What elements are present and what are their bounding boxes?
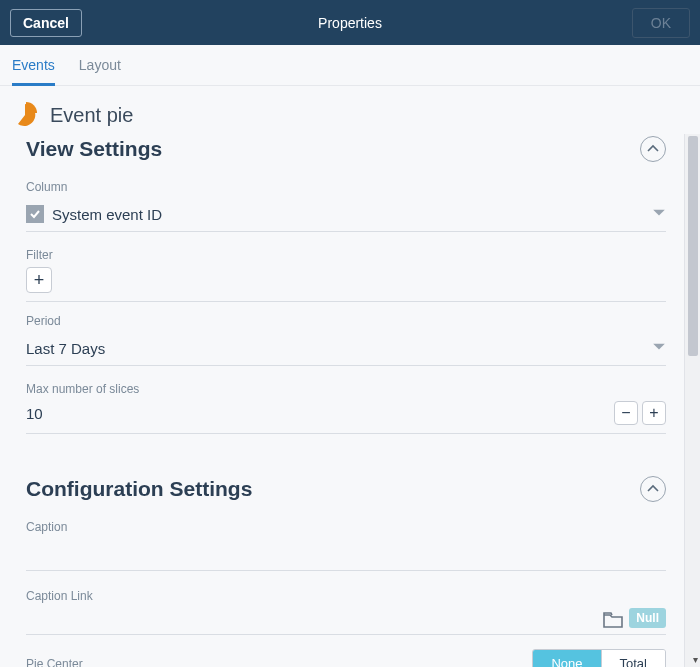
column-field: Column System event ID: [26, 180, 666, 232]
stepper-decrement-button[interactable]: −: [614, 401, 638, 425]
max-slices-stepper: 10 − +: [26, 401, 666, 434]
period-field: Period Last 7 Days: [26, 314, 666, 366]
pie-center-total-button[interactable]: Total: [601, 650, 665, 667]
column-value: System event ID: [52, 206, 162, 223]
period-select[interactable]: Last 7 Days: [26, 333, 666, 366]
checkbox-icon: [26, 205, 44, 223]
chevron-up-icon: [647, 483, 659, 495]
stepper-increment-button[interactable]: +: [642, 401, 666, 425]
pie-center-field: Pie Center None Total: [26, 649, 666, 667]
dialog-header: Cancel Properties OK: [0, 0, 700, 45]
tab-events[interactable]: Events: [12, 57, 55, 86]
pie-chart-icon: [12, 102, 38, 128]
tab-layout[interactable]: Layout: [79, 57, 121, 85]
period-value: Last 7 Days: [26, 340, 105, 357]
collapse-config-settings-button[interactable]: [640, 476, 666, 502]
pie-center-label: Pie Center: [26, 657, 83, 668]
filter-label: Filter: [26, 248, 666, 262]
page-title: Event pie: [50, 104, 133, 127]
config-settings-header: Configuration Settings: [26, 476, 666, 502]
pie-center-none-button[interactable]: None: [533, 650, 600, 667]
plus-icon: +: [34, 271, 45, 289]
pie-center-segmented: None Total: [532, 649, 666, 667]
max-slices-label: Max number of slices: [26, 382, 666, 396]
add-filter-button[interactable]: +: [26, 267, 52, 293]
caption-link-label: Caption Link: [26, 589, 666, 603]
column-label: Column: [26, 180, 666, 194]
view-settings-header: View Settings: [26, 136, 666, 162]
config-settings-title: Configuration Settings: [26, 477, 252, 501]
collapse-view-settings-button[interactable]: [640, 136, 666, 162]
folder-icon[interactable]: [603, 612, 623, 628]
minus-icon: −: [621, 405, 630, 421]
caption-label: Caption: [26, 520, 666, 534]
scroll-chevron-down-icon: ▾: [693, 654, 698, 665]
tab-bar: Events Layout: [0, 45, 700, 86]
vertical-scrollbar[interactable]: [684, 134, 700, 667]
period-label: Period: [26, 314, 666, 328]
plus-icon: +: [649, 405, 658, 421]
caption-link-field: Caption Link Null: [26, 589, 666, 635]
scrollbar-thumb[interactable]: [688, 136, 698, 356]
caption-field: Caption: [26, 520, 666, 571]
caption-input[interactable]: [26, 539, 666, 571]
chevron-down-icon: [652, 205, 666, 223]
filter-field: Filter +: [26, 248, 666, 302]
max-slices-field: Max number of slices 10 − +: [26, 382, 666, 434]
chevron-down-icon: [652, 339, 666, 357]
cancel-button[interactable]: Cancel: [10, 9, 82, 37]
column-select[interactable]: System event ID: [26, 199, 666, 232]
ok-button[interactable]: OK: [632, 8, 690, 38]
null-badge-button[interactable]: Null: [629, 608, 666, 628]
chevron-up-icon: [647, 143, 659, 155]
max-slices-value: 10: [26, 405, 43, 422]
view-settings-title: View Settings: [26, 137, 162, 161]
properties-scroll-area[interactable]: View Settings Column System event ID Fil…: [0, 130, 682, 667]
dialog-title: Properties: [0, 15, 700, 31]
